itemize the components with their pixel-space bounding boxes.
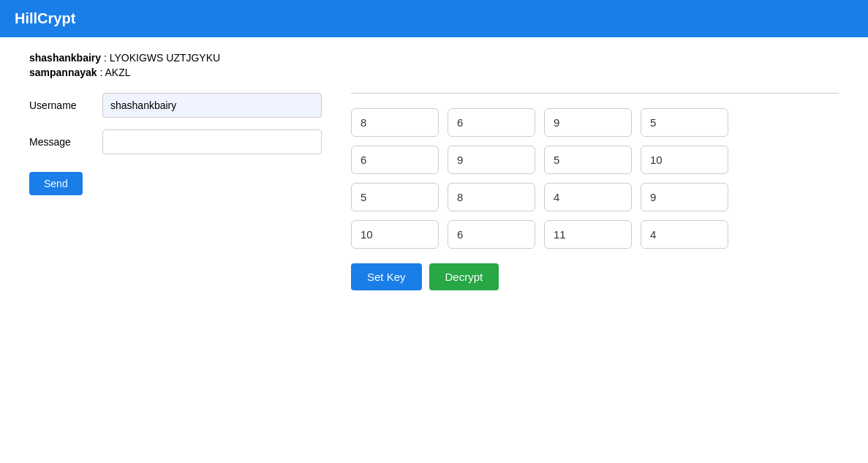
matrix-cell-1-2 xyxy=(544,146,632,174)
matrix-input-2-0[interactable] xyxy=(351,183,439,211)
matrix-cell-2-0 xyxy=(351,183,439,211)
matrix-grid xyxy=(351,108,839,249)
matrix-input-3-1[interactable] xyxy=(448,220,535,249)
matrix-input-2-3[interactable] xyxy=(641,183,728,211)
matrix-input-3-0[interactable] xyxy=(351,220,439,249)
matrix-actions: Set Key Decrypt xyxy=(351,263,839,290)
matrix-cell-1-3 xyxy=(641,146,728,174)
matrix-cell-3-2 xyxy=(544,220,632,249)
user-info-section: shashankbairy : LYOKIGWS UZTJGYKU sampan… xyxy=(29,52,839,78)
user-info-row-2: sampannayak : AKZL xyxy=(29,67,839,78)
matrix-cell-3-0 xyxy=(351,220,439,249)
main-layout: Username Message Send Set Key Decrypt xyxy=(29,93,839,290)
matrix-cell-1-1 xyxy=(448,146,535,174)
send-button[interactable]: Send xyxy=(29,172,83,195)
matrix-input-0-0[interactable] xyxy=(351,108,439,137)
matrix-cell-0-0 xyxy=(351,108,439,137)
matrix-input-1-2[interactable] xyxy=(544,146,632,174)
matrix-cell-2-3 xyxy=(641,183,728,211)
matrix-input-0-2[interactable] xyxy=(544,108,632,137)
matrix-cell-3-1 xyxy=(448,220,535,249)
main-content: shashankbairy : LYOKIGWS UZTJGYKU sampan… xyxy=(0,37,868,305)
matrix-input-1-3[interactable] xyxy=(641,146,728,174)
user-info-row-1: shashankbairy : LYOKIGWS UZTJGYKU xyxy=(29,52,839,64)
username-row: Username xyxy=(29,93,322,118)
matrix-input-1-0[interactable] xyxy=(351,146,439,174)
username-label-2: sampannayak xyxy=(29,67,97,78)
matrix-cell-2-1 xyxy=(448,183,535,211)
matrix-input-2-1[interactable] xyxy=(448,183,535,211)
matrix-cell-1-0 xyxy=(351,146,439,174)
message-input[interactable] xyxy=(102,129,322,154)
matrix-input-3-2[interactable] xyxy=(544,220,632,249)
matrix-input-1-1[interactable] xyxy=(448,146,535,174)
message-row: Message xyxy=(29,129,322,154)
matrix-input-0-1[interactable] xyxy=(448,108,535,137)
matrix-cell-2-2 xyxy=(544,183,632,211)
matrix-cell-0-2 xyxy=(544,108,632,137)
matrix-cell-0-3 xyxy=(641,108,728,137)
app-title: HillCrypt xyxy=(15,10,75,26)
username-input[interactable] xyxy=(102,93,322,118)
matrix-input-2-2[interactable] xyxy=(544,183,632,211)
matrix-input-0-3[interactable] xyxy=(641,108,728,137)
matrix-cell-0-1 xyxy=(448,108,535,137)
username-value-1: : LYOKIGWS UZTJGYKU xyxy=(104,52,220,64)
app-header: HillCrypt xyxy=(0,0,868,37)
username-value-2: : AKZL xyxy=(100,67,131,78)
matrix-cell-3-3 xyxy=(641,220,728,249)
message-label: Message xyxy=(29,136,102,148)
username-label: Username xyxy=(29,99,102,111)
decrypt-button[interactable]: Decrypt xyxy=(429,263,499,290)
set-key-button[interactable]: Set Key xyxy=(351,263,422,290)
left-panel: Username Message Send xyxy=(29,93,322,290)
right-panel: Set Key Decrypt xyxy=(351,93,839,290)
username-label-1: shashankbairy xyxy=(29,52,101,64)
matrix-input-3-3[interactable] xyxy=(641,220,728,249)
